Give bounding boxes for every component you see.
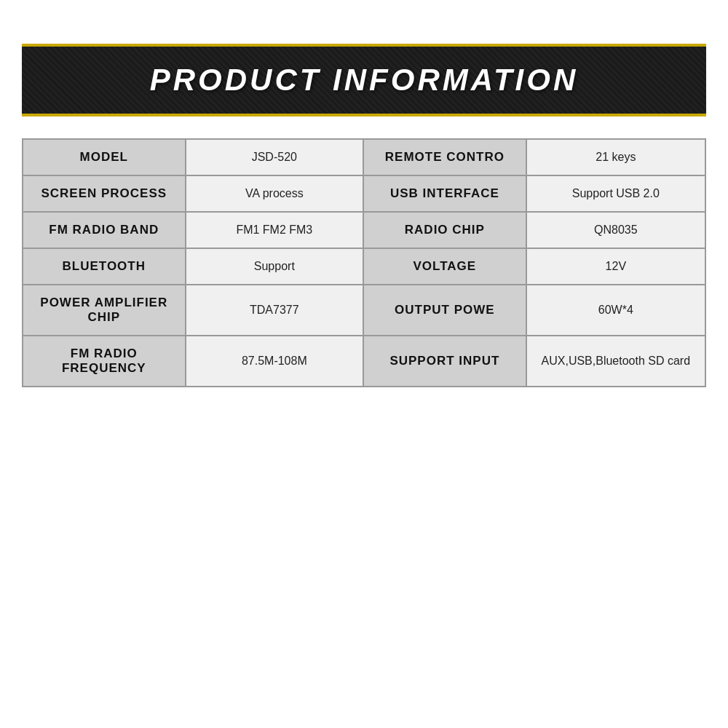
value-cell-left: JSD-520 <box>186 139 364 175</box>
label-cell-left: FM RADIO BAND <box>23 212 186 248</box>
value-cell-right: 60W*4 <box>526 285 705 336</box>
label-cell-left: BLUETOOTH <box>23 248 186 285</box>
table-row: POWER AMPLIFIER CHIPTDA7377OUTPUT POWE60… <box>23 285 705 336</box>
value-cell-left: Support <box>186 248 364 285</box>
value-cell-right: 12V <box>526 248 705 285</box>
table-row: FM RADIO BANDFM1 FM2 FM3RADIO CHIPQN8035 <box>23 212 705 248</box>
page-wrapper: PRODUCT INFORMATION MODELJSD-520REMOTE C… <box>0 0 728 728</box>
table-row: FM RADIO FREQUENCY87.5M-108MSUPPORT INPU… <box>23 336 705 387</box>
value-cell-right: QN8035 <box>526 212 705 248</box>
table-row: SCREEN PROCESSVA processUSB INTERFACESup… <box>23 175 705 212</box>
value-cell-left: FM1 FM2 FM3 <box>186 212 364 248</box>
label-cell-right: OUTPUT POWE <box>363 285 526 336</box>
header-banner: PRODUCT INFORMATION <box>22 44 706 116</box>
value-cell-right: AUX,USB,Bluetooth SD card <box>526 336 705 387</box>
value-cell-right: Support USB 2.0 <box>526 175 705 212</box>
label-cell-left: POWER AMPLIFIER CHIP <box>23 285 186 336</box>
value-cell-right: 21 keys <box>526 139 705 175</box>
label-cell-right: RADIO CHIP <box>363 212 526 248</box>
label-cell-right: REMOTE CONTRO <box>363 139 526 175</box>
label-cell-right: SUPPORT INPUT <box>363 336 526 387</box>
label-cell-left: SCREEN PROCESS <box>23 175 186 212</box>
label-cell-right: USB INTERFACE <box>363 175 526 212</box>
page-title: PRODUCT INFORMATION <box>150 63 579 97</box>
label-cell-left: MODEL <box>23 139 186 175</box>
product-info-table: MODELJSD-520REMOTE CONTRO21 keysSCREEN P… <box>22 138 706 387</box>
label-cell-left: FM RADIO FREQUENCY <box>23 336 186 387</box>
table-row: BLUETOOTHSupportVOLTAGE12V <box>23 248 705 285</box>
label-cell-right: VOLTAGE <box>363 248 526 285</box>
value-cell-left: 87.5M-108M <box>186 336 364 387</box>
table-row: MODELJSD-520REMOTE CONTRO21 keys <box>23 139 705 175</box>
value-cell-left: VA process <box>186 175 364 212</box>
value-cell-left: TDA7377 <box>186 285 364 336</box>
